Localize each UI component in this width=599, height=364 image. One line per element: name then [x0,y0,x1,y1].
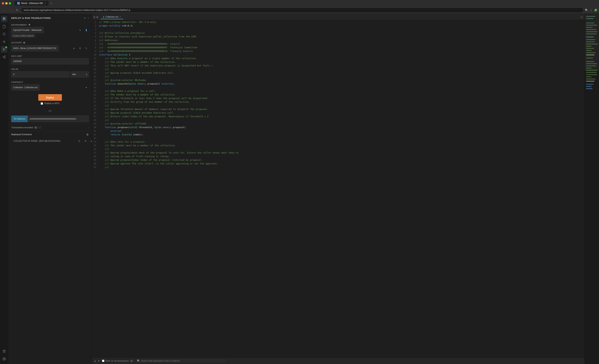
bookmark-icon[interactable]: ☆ [590,9,592,12]
contract-select[interactable]: Collective - Collective.sol [11,84,40,91]
back-button[interactable]: ← [2,8,7,13]
environment-info-button[interactable]: ℹ [84,28,89,33]
svg-rect-37 [586,78,596,79]
code-line: 21 /// The sender must be a member of th… [92,93,584,96]
code-line: 24 /// [92,104,584,107]
svg-rect-34 [586,72,597,73]
traffic-lights [2,2,11,5]
search-bottom-icon: 🔍 [137,359,140,362]
svg-point-6 [5,58,5,58]
at-address-row: At Address [11,116,89,122]
value-label: VALUE [11,68,89,70]
at-address-button[interactable]: At Address [11,116,27,122]
svg-rect-41 [586,88,592,89]
transactions-info-icon[interactable]: ⓘ [39,126,41,129]
sidebar-item-git[interactable] [1,54,8,60]
svg-line-1 [5,35,5,35]
account-select[interactable]: 0xf24...66cac (1234100.2988725526431719: [11,45,59,51]
transactions-chevron-icon[interactable]: › [88,126,89,129]
sidebar-item-files[interactable] [1,23,8,30]
code-line: 16 /// [92,75,584,78]
bottom-bar-left: ▲ ▼ [94,360,100,362]
zoom-in-icon[interactable]: ⊕ [96,16,98,18]
value-input[interactable] [11,71,70,78]
code-line: 18 function execute(bytes memory proposa… [92,82,584,86]
code-line: 39 /// @param proposalIndex Index of the… [92,158,584,162]
account-select-wrapper: 0xf24...66cac (1234100.2988725526431719: [11,45,76,51]
bottom-search-bar: 🔍 [136,359,226,363]
contract-expand-chevron[interactable]: › [12,140,13,142]
environment-select[interactable]: Injected Provider - Metamask [11,27,44,33]
collapse-editor-icon[interactable]: ≫ [580,16,583,18]
contract-select-wrapper: Collective - Collective.sol [11,84,89,91]
sidebar-item-settings[interactable] [1,356,8,362]
code-line: 29 /// @custom:selector c57f3260 [92,122,584,126]
unit-select-wrapper: Wei [70,71,89,78]
svg-rect-40 [586,86,591,87]
sidebar-item-deploy[interactable] [1,46,8,53]
deploy-button[interactable]: Deploy [38,94,62,101]
at-address-section: At Address ◄ 4 [8,116,92,124]
code-line: 10 interface Collective { [92,53,584,57]
contract-section: CONTRACT Collective - Collective.sol ◄ 3 [8,79,92,92]
svg-rect-35 [586,74,597,75]
code-line: 20 /// @dev Make a proposal for a call. [92,89,584,93]
deploy-badge [5,46,7,48]
scroll-up-icon[interactable]: ▲ [94,360,96,362]
deployed-contracts-section: Deployed Contracts 🗑 › COLLECTIVE AT 0X0… [8,131,92,147]
code-line: 34 /// @dev Vote for a proposal. [92,140,584,144]
transaction-search-input[interactable] [141,360,225,362]
tab-close-icon[interactable]: ✕ [44,2,46,4]
gas-limit-input[interactable] [11,58,89,64]
at-address-input[interactable] [27,116,89,122]
code-line: 41 /// [92,165,584,169]
search-icon[interactable]: 🔍 [585,9,588,12]
edit-account-button[interactable]: ✎ [84,46,89,51]
forward-button[interactable]: → [8,8,13,13]
thunder-icon: ⚡ [28,24,31,26]
tab-collective-sol[interactable]: ◈ Collective.sol ✕ [101,15,123,19]
reload-button[interactable]: ↻ [15,8,19,13]
svg-rect-42 [585,14,599,71]
deployed-contract-row: › COLLECTIVE AT 0X000...0810 (BLOCKCHAIN… [11,137,89,145]
sidebar-item-plugins[interactable] [1,38,8,45]
code-line: 25 /// @param threshold Amount of member… [92,107,584,111]
check-icon[interactable]: ✓ [84,16,86,20]
chevron-right-icon[interactable]: › [88,16,89,20]
tab-close-button[interactable]: ✕ [119,16,121,18]
remove-contract-button[interactable]: ✕ [83,139,88,144]
code-line: 19 [92,86,584,89]
sidebar-logo[interactable]: R [1,16,8,22]
publish-ipfs-checkbox[interactable] [41,102,43,105]
titlebar: Remix - Ethereum IDE ✕ + [0,0,599,7]
copy-account-button[interactable]: ⎘ [78,46,83,51]
unit-select[interactable]: Wei [70,71,89,78]
address-bar: ← → ↻ 🔍 ☆ 🧩 [0,7,599,14]
scroll-down-icon[interactable]: ▼ [98,360,100,362]
svg-point-2 [4,41,5,42]
code-line: 1 // SPDX-License-Identifier: GPL-3.0-on… [92,20,584,24]
url-input[interactable] [21,8,584,13]
sidebar-item-search[interactable] [1,31,8,37]
zoom-out-icon[interactable]: ⊖ [93,16,96,18]
listen-all-transactions-checkbox[interactable] [102,360,104,362]
maximize-button[interactable] [9,2,11,5]
or-divider: OR [11,110,89,112]
sidebar-item-hammer[interactable] [1,348,8,355]
editor-area: ⊖ ⊕ ◈ Collective.sol ✕ ≫ 1 // SPDX-Licen… [92,14,584,364]
code-line: 12 /// The sender must be a member of th… [92,60,584,64]
copy-contract-button[interactable]: ⎘ [77,139,82,144]
transactions-section: Transactions recorded 0 ⓘ › [8,124,92,131]
code-line: 31 external [92,129,584,133]
network-badge: Custom (1281) network [11,33,89,38]
browser-tab-remix[interactable]: Remix - Ethereum IDE ✕ [15,1,48,6]
minimize-button[interactable] [5,2,8,5]
new-tab-button[interactable]: + [49,2,53,5]
delete-all-contracts-icon[interactable]: 🗑 [86,133,89,136]
extension-icon[interactable]: 🧩 [594,9,597,12]
svg-rect-39 [586,84,593,85]
close-button[interactable] [2,2,4,5]
transactions-header[interactable]: Transactions recorded 0 ⓘ › [11,126,89,129]
account-plus-icon[interactable]: ⊕ [23,41,26,44]
main-layout: R [0,14,599,364]
